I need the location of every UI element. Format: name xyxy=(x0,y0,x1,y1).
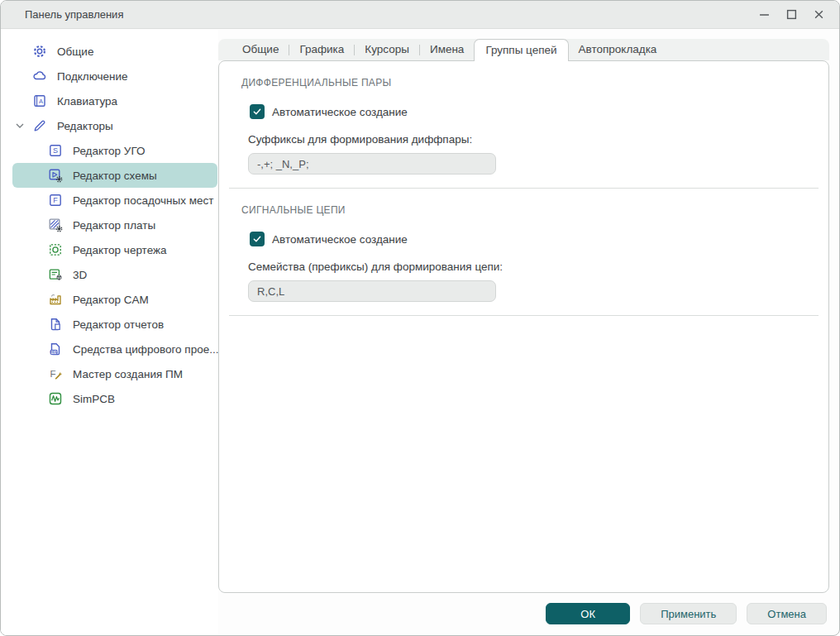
tab-net-groups[interactable]: Группы цепей xyxy=(474,39,568,61)
sidebar-item-general[interactable]: Общие xyxy=(1,39,218,64)
sidebar-item-label: SimPCB xyxy=(73,393,115,405)
3d-editor-icon xyxy=(48,267,63,282)
sidebar-item-label: Редактор платы xyxy=(73,219,155,232)
sidebar-item-3d[interactable]: 3D xyxy=(1,262,218,287)
sidebar-item-label: Редактор УГО xyxy=(73,145,146,157)
footprint-editor-icon: F xyxy=(48,193,63,208)
auto-create-net-checkbox[interactable] xyxy=(250,232,265,246)
dialog-footer: ОК Применить Отмена xyxy=(546,603,827,624)
sidebar-item-label: Мастер создания ПМ xyxy=(73,368,183,380)
section-header: ДИФФЕРЕНЦИАЛЬНЫЕ ПАРЫ xyxy=(241,77,828,88)
sidebar-item-simpcb[interactable]: SimPCB xyxy=(1,386,218,411)
tab-names[interactable]: Имена xyxy=(420,39,474,60)
section-header: СИГНАЛЬНЫЕ ЦЕПИ xyxy=(241,204,828,216)
simpcb-icon xyxy=(48,391,63,406)
checkmark-icon xyxy=(252,107,262,117)
svg-text:F: F xyxy=(50,369,56,379)
apply-button[interactable]: Применить xyxy=(640,603,737,624)
report-editor-icon xyxy=(48,317,63,332)
sidebar-item-label: Редактор посадочных мест xyxy=(73,194,213,207)
tab-general[interactable]: Общие xyxy=(232,39,289,60)
section-differential-pairs: ДИФФЕРЕНЦИАЛЬНЫЕ ПАРЫ Автоматическое соз… xyxy=(219,61,828,188)
close-button[interactable] xyxy=(805,1,833,28)
sidebar-item-editors[interactable]: Редакторы xyxy=(1,113,218,138)
maximize-button[interactable] xyxy=(778,1,805,28)
cloud-icon xyxy=(32,69,47,84)
sidebar-item-schematic-editor[interactable]: Редактор схемы xyxy=(12,163,217,188)
svg-text:A: A xyxy=(39,98,43,105)
schematic-editor-icon xyxy=(48,168,63,183)
sidebar-item-label: Клавиатура xyxy=(57,95,117,108)
svg-text:HDL: HDL xyxy=(50,350,58,354)
svg-text:F: F xyxy=(53,196,58,204)
sidebar-item-label: Редактор чертежа xyxy=(73,244,167,256)
close-icon xyxy=(814,9,824,20)
maximize-icon xyxy=(786,9,797,20)
chevron-down-icon[interactable] xyxy=(13,119,26,132)
section-divider xyxy=(229,315,819,316)
sidebar-item-label: Подключение xyxy=(57,70,128,83)
sidebar-item-label: Редактор CAM xyxy=(73,294,149,306)
tab-cursors[interactable]: Курсоры xyxy=(355,39,419,60)
tab-bar: Общие Графика Курсоры Имена Группы цепей… xyxy=(218,39,829,60)
drawing-editor-icon xyxy=(48,242,63,257)
sidebar-item-cam-editor[interactable]: Редактор CAM xyxy=(1,287,218,312)
titlebar: Панель управления xyxy=(1,1,839,29)
window-controls xyxy=(751,1,839,28)
sidebar-item-connection[interactable]: Подключение xyxy=(1,64,218,88)
net-prefixes-label: Семейства (префиксы) для формирования це… xyxy=(248,261,828,273)
pencil-icon xyxy=(32,118,47,133)
settings-sidebar: Общие Подключение A Клавиатура Редакторы xyxy=(1,30,218,635)
cancel-button[interactable]: Отмена xyxy=(747,603,827,624)
net-prefixes-input[interactable] xyxy=(248,280,496,302)
sidebar-item-drawing-editor[interactable]: Редактор чертежа xyxy=(1,237,218,262)
tab-graphics[interactable]: Графика xyxy=(289,39,354,60)
ok-button[interactable]: ОК xyxy=(546,603,630,624)
checkbox-label: Автоматическое создание xyxy=(272,233,408,246)
sidebar-item-label: Редакторы xyxy=(57,120,113,132)
auto-create-diffpair-row: Автоматическое создание xyxy=(250,104,828,119)
sidebar-item-board-editor[interactable]: Редактор платы xyxy=(1,213,218,237)
svg-text:S: S xyxy=(53,146,58,155)
sidebar-item-label: Редактор отчетов xyxy=(73,318,164,331)
sidebar-item-label: Средства цифрового прое... xyxy=(73,343,218,356)
sidebar-item-footprint-editor[interactable]: F Редактор посадочных мест xyxy=(1,188,218,213)
auto-create-diffpair-checkbox[interactable] xyxy=(250,104,265,119)
board-editor-icon xyxy=(48,218,63,232)
gear-icon xyxy=(32,44,47,59)
wizard-icon: F xyxy=(48,366,63,381)
keyboard-icon: A xyxy=(32,93,47,108)
sidebar-item-report-editor[interactable]: Редактор отчетов xyxy=(1,312,218,337)
diffpair-suffixes-label: Суффиксы для формирования диффпары: xyxy=(248,133,828,146)
sidebar-item-keyboard[interactable]: A Клавиатура xyxy=(1,88,218,113)
checkmark-icon xyxy=(252,234,262,244)
auto-create-net-row: Автоматическое создание xyxy=(250,232,828,246)
minimize-button[interactable] xyxy=(751,1,778,28)
tab-autorouting[interactable]: Автопрокладка xyxy=(569,39,667,60)
minimize-icon xyxy=(759,9,770,20)
sidebar-item-footprint-wizard[interactable]: F Мастер создания ПМ xyxy=(1,361,218,386)
cam-editor-icon xyxy=(48,292,63,307)
hdl-tools-icon: HDL xyxy=(48,342,63,356)
sidebar-item-label: Общие xyxy=(57,45,93,58)
sidebar-item-label: Редактор схемы xyxy=(73,170,157,182)
symbol-editor-icon: S xyxy=(48,143,63,158)
sidebar-item-symbol-editor[interactable]: S Редактор УГО xyxy=(1,138,218,163)
settings-panel: ДИФФЕРЕНЦИАЛЬНЫЕ ПАРЫ Автоматическое соз… xyxy=(218,60,829,593)
sidebar-item-label: 3D xyxy=(73,269,87,281)
sidebar-item-hdl-tools[interactable]: HDL Средства цифрового прое... xyxy=(1,337,218,361)
control-panel-window: Панель управления Общие Подключение xyxy=(0,0,840,636)
section-signal-nets: СИГНАЛЬНЫЕ ЦЕПИ Автоматическое создание … xyxy=(219,189,828,315)
checkbox-label: Автоматическое создание xyxy=(272,106,408,118)
diffpair-suffixes-input[interactable] xyxy=(248,153,496,175)
window-title: Панель управления xyxy=(25,8,123,21)
